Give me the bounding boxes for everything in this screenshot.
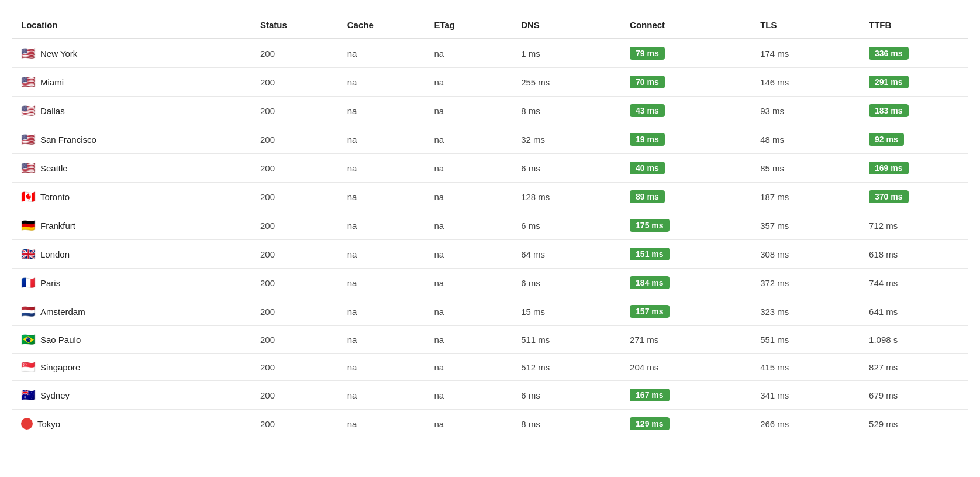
table-row: 🇦🇺Sydney200nana6 ms167 ms341 ms679 ms: [12, 381, 968, 410]
flag-icon: 🇺🇸: [21, 105, 36, 116]
cell-etag-sydney: na: [425, 381, 512, 410]
cell-ttfb-amsterdam: 641 ms: [860, 297, 968, 326]
table-row: 🇺🇸Seattle200nana6 ms40 ms85 ms169 ms: [12, 154, 968, 183]
cell-dns-amsterdam: 15 ms: [512, 297, 620, 326]
cell-ttfb-miami: 291 ms: [860, 68, 968, 97]
cell-status-tokyo: 200: [251, 410, 338, 438]
cell-status-san-francisco: 200: [251, 125, 338, 154]
cell-status-seattle: 200: [251, 154, 338, 183]
cell-connect-amsterdam: 157 ms: [620, 297, 751, 326]
flag-icon: 🇸🇬: [21, 361, 36, 373]
header-tls: TLS: [751, 12, 860, 39]
header-cache: Cache: [338, 12, 425, 39]
ttfb-badge: 336 ms: [869, 47, 908, 60]
flag-icon: 🇺🇸: [21, 162, 36, 174]
cell-dns-paris: 6 ms: [512, 269, 620, 297]
location-name: Singapore: [40, 362, 80, 372]
location-name: Frankfurt: [40, 221, 75, 231]
performance-table: Location Status Cache ETag DNS Connect T…: [12, 12, 968, 438]
cell-status-frankfurt: 200: [251, 211, 338, 240]
table-row: Tokyo200nana8 ms129 ms266 ms529 ms: [12, 410, 968, 438]
location-name: Paris: [40, 278, 60, 288]
connect-badge: 184 ms: [630, 276, 669, 289]
connect-badge: 19 ms: [630, 133, 665, 146]
cell-dns-sao-paulo: 511 ms: [512, 326, 620, 354]
cell-cache-amsterdam: na: [338, 297, 425, 326]
flag-icon: 🇬🇧: [21, 248, 36, 260]
header-dns: DNS: [512, 12, 620, 39]
cell-status-paris: 200: [251, 269, 338, 297]
cell-connect-sao-paulo: 271 ms: [620, 326, 751, 354]
table-row: 🇧🇷Sao Paulo200nana511 ms271 ms551 ms1.09…: [12, 326, 968, 354]
cell-ttfb-paris: 744 ms: [860, 269, 968, 297]
cell-etag-toronto: na: [425, 183, 512, 211]
cell-ttfb-singapore: 827 ms: [860, 354, 968, 381]
location-name: Sao Paulo: [40, 335, 81, 345]
cell-connect-london: 151 ms: [620, 240, 751, 269]
flag-icon: 🇨🇦: [21, 191, 36, 203]
cell-ttfb-toronto: 370 ms: [860, 183, 968, 211]
cell-connect-san-francisco: 19 ms: [620, 125, 751, 154]
cell-ttfb-tokyo: 529 ms: [860, 410, 968, 438]
table-row: 🇫🇷Paris200nana6 ms184 ms372 ms744 ms: [12, 269, 968, 297]
cell-dns-tokyo: 8 ms: [512, 410, 620, 438]
cell-location-tokyo: Tokyo: [12, 410, 251, 438]
connect-badge: 167 ms: [630, 389, 669, 401]
flag-dot-icon: [21, 418, 33, 430]
cell-cache-frankfurt: na: [338, 211, 425, 240]
cell-status-miami: 200: [251, 68, 338, 97]
cell-cache-singapore: na: [338, 354, 425, 381]
table-row: 🇺🇸Miami200nana255 ms70 ms146 ms291 ms: [12, 68, 968, 97]
table-row: 🇳🇱Amsterdam200nana15 ms157 ms323 ms641 m…: [12, 297, 968, 326]
connect-badge: 43 ms: [630, 104, 665, 117]
cell-connect-tokyo: 129 ms: [620, 410, 751, 438]
location-name: London: [40, 249, 70, 259]
header-connect: Connect: [620, 12, 751, 39]
table-row: 🇩🇪Frankfurt200nana6 ms175 ms357 ms712 ms: [12, 211, 968, 240]
cell-location-frankfurt: 🇩🇪Frankfurt: [12, 211, 251, 240]
connect-badge: 157 ms: [630, 305, 669, 318]
cell-dns-seattle: 6 ms: [512, 154, 620, 183]
connect-badge: 70 ms: [630, 76, 665, 88]
cell-tls-sydney: 341 ms: [751, 381, 860, 410]
cell-location-singapore: 🇸🇬Singapore: [12, 354, 251, 381]
cell-tls-dallas: 93 ms: [751, 97, 860, 125]
cell-etag-seattle: na: [425, 154, 512, 183]
cell-tls-tokyo: 266 ms: [751, 410, 860, 438]
cell-dns-toronto: 128 ms: [512, 183, 620, 211]
header-location: Location: [12, 12, 251, 39]
cell-tls-toronto: 187 ms: [751, 183, 860, 211]
connect-badge: 175 ms: [630, 219, 669, 232]
connect-badge: 79 ms: [630, 47, 665, 60]
cell-ttfb-sydney: 679 ms: [860, 381, 968, 410]
cell-etag-san-francisco: na: [425, 125, 512, 154]
cell-etag-new-york: na: [425, 39, 512, 68]
cell-cache-sao-paulo: na: [338, 326, 425, 354]
connect-badge: 89 ms: [630, 190, 665, 203]
cell-location-sao-paulo: 🇧🇷Sao Paulo: [12, 326, 251, 354]
location-name: Miami: [40, 77, 64, 87]
cell-tls-paris: 372 ms: [751, 269, 860, 297]
flag-icon: 🇺🇸: [21, 76, 36, 88]
cell-etag-miami: na: [425, 68, 512, 97]
cell-cache-sydney: na: [338, 381, 425, 410]
cell-connect-new-york: 79 ms: [620, 39, 751, 68]
ttfb-badge: 291 ms: [869, 76, 908, 88]
cell-etag-london: na: [425, 240, 512, 269]
cell-connect-singapore: 204 ms: [620, 354, 751, 381]
cell-dns-london: 64 ms: [512, 240, 620, 269]
cell-cache-tokyo: na: [338, 410, 425, 438]
cell-tls-amsterdam: 323 ms: [751, 297, 860, 326]
cell-connect-toronto: 89 ms: [620, 183, 751, 211]
ttfb-badge: 370 ms: [869, 190, 908, 203]
flag-icon: 🇦🇺: [21, 389, 36, 401]
header-etag: ETag: [425, 12, 512, 39]
ttfb-badge: 92 ms: [869, 133, 904, 146]
cell-connect-dallas: 43 ms: [620, 97, 751, 125]
cell-tls-sao-paulo: 551 ms: [751, 326, 860, 354]
cell-dns-miami: 255 ms: [512, 68, 620, 97]
location-name: Sydney: [40, 390, 70, 400]
cell-status-sao-paulo: 200: [251, 326, 338, 354]
cell-ttfb-london: 618 ms: [860, 240, 968, 269]
cell-dns-dallas: 8 ms: [512, 97, 620, 125]
